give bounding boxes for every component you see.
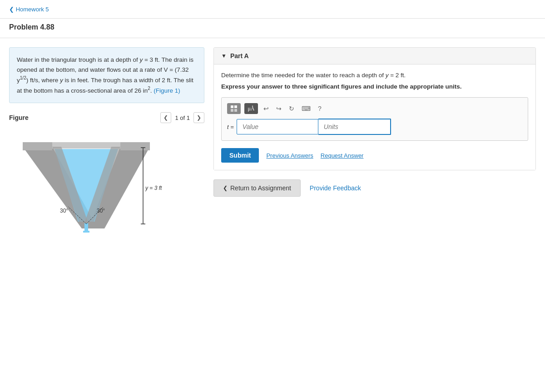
refresh-button[interactable]: ↻ <box>287 104 296 113</box>
figure-prev-button[interactable]: ❮ <box>160 112 171 123</box>
request-answer-link[interactable]: Request Answer <box>321 152 364 159</box>
value-input[interactable] <box>237 119 318 134</box>
input-row: t = <box>227 119 522 135</box>
svg-rect-9 <box>83 231 89 233</box>
mu-icon: μÅ <box>248 105 254 112</box>
part-section: ▼ Part A Determine the time needed for t… <box>213 47 536 170</box>
svg-rect-4 <box>52 142 120 149</box>
svg-rect-2 <box>23 142 52 150</box>
problem-statement: Water in the triangular trough is at a d… <box>9 47 204 103</box>
return-to-assignment-button[interactable]: Return to Assignment <box>213 179 301 197</box>
svg-rect-19 <box>234 105 237 108</box>
svg-text:y = 3 ft: y = 3 ft <box>145 185 162 191</box>
svg-rect-18 <box>231 105 233 108</box>
keyboard-button[interactable]: ⌨ <box>300 104 312 113</box>
figure-link[interactable]: (Figure 1) <box>154 87 180 94</box>
svg-rect-3 <box>120 142 150 150</box>
determine-text: Determine the time needed for the water … <box>221 72 528 79</box>
action-row: Submit Previous Answers Request Answer <box>221 148 528 163</box>
back-link[interactable]: Homework 5 <box>9 6 49 13</box>
mu-button[interactable]: μÅ <box>244 103 258 114</box>
figure-page-info: 1 of 1 <box>175 114 190 121</box>
provide-feedback-link[interactable]: Provide Feedback <box>310 184 361 192</box>
bottom-actions: Return to Assignment Provide Feedback <box>213 179 536 197</box>
redo-button[interactable]: ↪ <box>274 104 283 113</box>
top-nav: Homework 5 <box>0 0 545 19</box>
part-body: Determine the time needed for the water … <box>214 65 535 170</box>
part-header[interactable]: ▼ Part A <box>214 48 535 65</box>
figure-image: 30° 30° y = 3 ft <box>9 129 164 256</box>
chevron-down-icon: ▼ <box>221 53 227 59</box>
toolbar: μÅ ↩ ↪ ↻ ⌨ ? <box>227 103 522 114</box>
answer-box: μÅ ↩ ↪ ↻ ⌨ ? t = <box>221 97 528 141</box>
svg-rect-21 <box>234 109 237 112</box>
right-panel: ▼ Part A Determine the time needed for t… <box>213 47 536 256</box>
figure-next-button[interactable]: ❯ <box>193 112 204 123</box>
figure-section: Figure ❮ 1 of 1 ❯ <box>9 112 204 256</box>
svg-text:30°: 30° <box>60 208 68 214</box>
part-label: Part A <box>230 52 249 60</box>
submit-button[interactable]: Submit <box>221 148 259 163</box>
previous-answers-link[interactable]: Previous Answers <box>266 152 313 159</box>
input-label: t = <box>227 124 234 130</box>
svg-text:30°: 30° <box>97 208 105 214</box>
units-input[interactable] <box>318 119 391 135</box>
svg-rect-20 <box>231 109 233 112</box>
undo-button[interactable]: ↩ <box>262 104 271 113</box>
grid-button[interactable] <box>227 103 241 114</box>
left-panel: Water in the triangular trough is at a d… <box>9 47 204 256</box>
express-text: Express your answer to three significant… <box>221 83 528 90</box>
figure-label: Figure <box>9 114 29 121</box>
help-button[interactable]: ? <box>316 104 323 113</box>
figure-nav: ❮ 1 of 1 ❯ <box>160 112 204 123</box>
problem-title: Problem 4.88 <box>0 19 545 38</box>
